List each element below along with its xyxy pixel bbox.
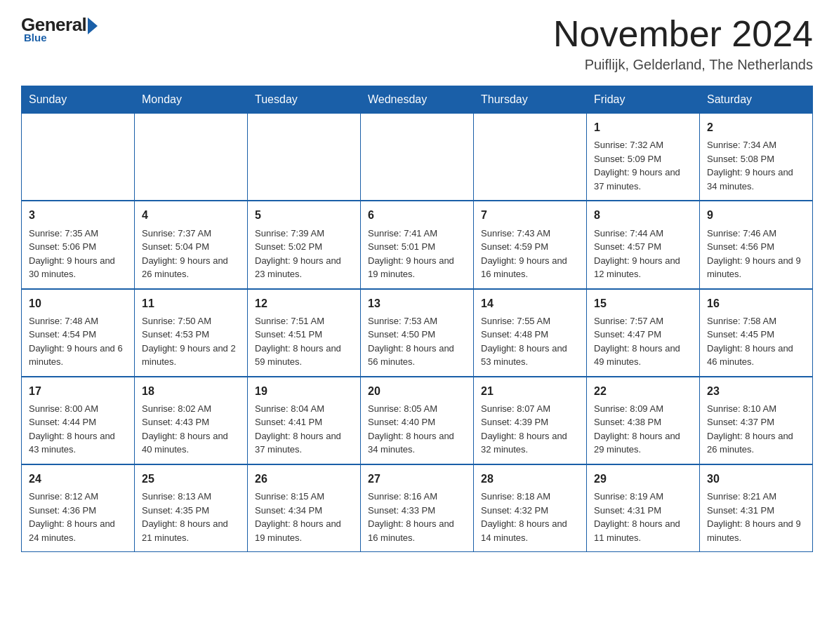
calendar-cell: 19Sunrise: 8:04 AMSunset: 4:41 PMDayligh… xyxy=(248,377,361,464)
weekday-header-wednesday: Wednesday xyxy=(361,86,474,114)
location-text: Puiflijk, Gelderland, The Netherlands xyxy=(553,57,813,73)
calendar-cell: 4Sunrise: 7:37 AMSunset: 5:04 PMDaylight… xyxy=(135,201,248,288)
day-info: Sunrise: 7:43 AMSunset: 4:59 PMDaylight:… xyxy=(481,227,579,281)
day-number: 27 xyxy=(368,471,466,487)
calendar-week-3: 10Sunrise: 7:48 AMSunset: 4:54 PMDayligh… xyxy=(22,289,813,377)
calendar-cell: 5Sunrise: 7:39 AMSunset: 5:02 PMDaylight… xyxy=(248,201,361,288)
title-section: November 2024 Puiflijk, Gelderland, The … xyxy=(553,14,813,73)
day-info: Sunrise: 7:48 AMSunset: 4:54 PMDaylight:… xyxy=(29,314,127,369)
calendar-cell: 26Sunrise: 8:15 AMSunset: 4:34 PMDayligh… xyxy=(248,464,361,552)
day-number: 17 xyxy=(29,383,127,399)
day-info: Sunrise: 7:57 AMSunset: 4:47 PMDaylight:… xyxy=(594,314,692,369)
day-number: 12 xyxy=(255,295,353,311)
calendar-cell xyxy=(361,114,474,201)
day-number: 28 xyxy=(481,471,579,487)
calendar-cell: 10Sunrise: 7:48 AMSunset: 4:54 PMDayligh… xyxy=(22,289,135,377)
day-number: 10 xyxy=(29,295,127,311)
calendar-cell: 11Sunrise: 7:50 AMSunset: 4:53 PMDayligh… xyxy=(135,289,248,377)
day-info: Sunrise: 8:18 AMSunset: 4:32 PMDaylight:… xyxy=(481,490,579,544)
day-info: Sunrise: 8:13 AMSunset: 4:35 PMDaylight:… xyxy=(142,490,240,544)
day-number: 26 xyxy=(255,471,353,487)
calendar-cell: 12Sunrise: 7:51 AMSunset: 4:51 PMDayligh… xyxy=(248,289,361,377)
day-info: Sunrise: 7:39 AMSunset: 5:02 PMDaylight:… xyxy=(255,227,353,281)
day-number: 24 xyxy=(29,471,127,487)
calendar-cell: 6Sunrise: 7:41 AMSunset: 5:01 PMDaylight… xyxy=(361,201,474,288)
calendar-cell: 1Sunrise: 7:32 AMSunset: 5:09 PMDaylight… xyxy=(587,114,700,201)
weekday-header-tuesday: Tuesday xyxy=(248,86,361,114)
day-info: Sunrise: 8:07 AMSunset: 4:39 PMDaylight:… xyxy=(481,402,579,457)
day-number: 11 xyxy=(142,295,240,311)
day-info: Sunrise: 8:15 AMSunset: 4:34 PMDaylight:… xyxy=(255,490,353,544)
day-info: Sunrise: 8:09 AMSunset: 4:38 PMDaylight:… xyxy=(594,402,692,457)
day-info: Sunrise: 8:16 AMSunset: 4:33 PMDaylight:… xyxy=(368,490,466,544)
day-info: Sunrise: 8:04 AMSunset: 4:41 PMDaylight:… xyxy=(255,402,353,457)
day-info: Sunrise: 8:12 AMSunset: 4:36 PMDaylight:… xyxy=(29,490,127,544)
calendar-cell xyxy=(248,114,361,201)
day-number: 16 xyxy=(707,295,805,311)
day-info: Sunrise: 7:50 AMSunset: 4:53 PMDaylight:… xyxy=(142,314,240,369)
calendar-cell: 3Sunrise: 7:35 AMSunset: 5:06 PMDaylight… xyxy=(22,201,135,288)
calendar-cell: 29Sunrise: 8:19 AMSunset: 4:31 PMDayligh… xyxy=(587,464,700,552)
day-info: Sunrise: 7:51 AMSunset: 4:51 PMDaylight:… xyxy=(255,314,353,369)
calendar-cell: 7Sunrise: 7:43 AMSunset: 4:59 PMDaylight… xyxy=(474,201,587,288)
day-number: 5 xyxy=(255,207,353,223)
day-number: 18 xyxy=(142,383,240,399)
weekday-header-row: SundayMondayTuesdayWednesdayThursdayFrid… xyxy=(22,86,813,114)
day-number: 25 xyxy=(142,471,240,487)
calendar-week-1: 1Sunrise: 7:32 AMSunset: 5:09 PMDaylight… xyxy=(22,114,813,201)
calendar-cell: 21Sunrise: 8:07 AMSunset: 4:39 PMDayligh… xyxy=(474,377,587,464)
day-number: 8 xyxy=(594,207,692,223)
calendar-cell: 18Sunrise: 8:02 AMSunset: 4:43 PMDayligh… xyxy=(135,377,248,464)
day-info: Sunrise: 7:32 AMSunset: 5:09 PMDaylight:… xyxy=(594,138,692,193)
logo-blue-text: Blue xyxy=(24,32,47,43)
calendar-cell: 28Sunrise: 8:18 AMSunset: 4:32 PMDayligh… xyxy=(474,464,587,552)
weekday-header-thursday: Thursday xyxy=(474,86,587,114)
day-number: 1 xyxy=(594,119,692,135)
calendar-cell: 24Sunrise: 8:12 AMSunset: 4:36 PMDayligh… xyxy=(22,464,135,552)
day-info: Sunrise: 7:53 AMSunset: 4:50 PMDaylight:… xyxy=(368,314,466,369)
day-number: 3 xyxy=(29,207,127,223)
weekday-header-friday: Friday xyxy=(587,86,700,114)
logo: General Blue xyxy=(21,14,98,43)
day-info: Sunrise: 8:10 AMSunset: 4:37 PMDaylight:… xyxy=(707,402,805,457)
day-number: 14 xyxy=(481,295,579,311)
month-title: November 2024 xyxy=(553,14,813,54)
day-info: Sunrise: 7:58 AMSunset: 4:45 PMDaylight:… xyxy=(707,314,805,369)
day-number: 6 xyxy=(368,207,466,223)
day-number: 15 xyxy=(594,295,692,311)
day-info: Sunrise: 7:35 AMSunset: 5:06 PMDaylight:… xyxy=(29,227,127,281)
day-number: 4 xyxy=(142,207,240,223)
day-number: 21 xyxy=(481,383,579,399)
calendar-cell: 8Sunrise: 7:44 AMSunset: 4:57 PMDaylight… xyxy=(587,201,700,288)
day-number: 23 xyxy=(707,383,805,399)
calendar-cell: 27Sunrise: 8:16 AMSunset: 4:33 PMDayligh… xyxy=(361,464,474,552)
calendar-cell: 14Sunrise: 7:55 AMSunset: 4:48 PMDayligh… xyxy=(474,289,587,377)
calendar-cell: 13Sunrise: 7:53 AMSunset: 4:50 PMDayligh… xyxy=(361,289,474,377)
logo-arrow-icon xyxy=(88,18,98,34)
day-number: 22 xyxy=(594,383,692,399)
weekday-header-saturday: Saturday xyxy=(700,86,813,114)
day-number: 19 xyxy=(255,383,353,399)
calendar-table: SundayMondayTuesdayWednesdayThursdayFrid… xyxy=(21,86,813,552)
day-info: Sunrise: 8:19 AMSunset: 4:31 PMDaylight:… xyxy=(594,490,692,544)
calendar-cell: 17Sunrise: 8:00 AMSunset: 4:44 PMDayligh… xyxy=(22,377,135,464)
day-info: Sunrise: 7:37 AMSunset: 5:04 PMDaylight:… xyxy=(142,227,240,281)
calendar-week-2: 3Sunrise: 7:35 AMSunset: 5:06 PMDaylight… xyxy=(22,201,813,288)
day-info: Sunrise: 8:02 AMSunset: 4:43 PMDaylight:… xyxy=(142,402,240,457)
calendar-cell: 23Sunrise: 8:10 AMSunset: 4:37 PMDayligh… xyxy=(700,377,813,464)
weekday-header-sunday: Sunday xyxy=(22,86,135,114)
day-number: 2 xyxy=(707,119,805,135)
calendar-cell: 25Sunrise: 8:13 AMSunset: 4:35 PMDayligh… xyxy=(135,464,248,552)
calendar-cell xyxy=(135,114,248,201)
day-number: 29 xyxy=(594,471,692,487)
day-info: Sunrise: 8:05 AMSunset: 4:40 PMDaylight:… xyxy=(368,402,466,457)
day-number: 20 xyxy=(368,383,466,399)
day-info: Sunrise: 8:21 AMSunset: 4:31 PMDaylight:… xyxy=(707,490,805,544)
calendar-cell xyxy=(22,114,135,201)
calendar-cell: 22Sunrise: 8:09 AMSunset: 4:38 PMDayligh… xyxy=(587,377,700,464)
calendar-cell: 9Sunrise: 7:46 AMSunset: 4:56 PMDaylight… xyxy=(700,201,813,288)
page-header: General Blue November 2024 Puiflijk, Gel… xyxy=(21,14,813,73)
day-info: Sunrise: 7:41 AMSunset: 5:01 PMDaylight:… xyxy=(368,227,466,281)
day-info: Sunrise: 8:00 AMSunset: 4:44 PMDaylight:… xyxy=(29,402,127,457)
calendar-cell: 16Sunrise: 7:58 AMSunset: 4:45 PMDayligh… xyxy=(700,289,813,377)
